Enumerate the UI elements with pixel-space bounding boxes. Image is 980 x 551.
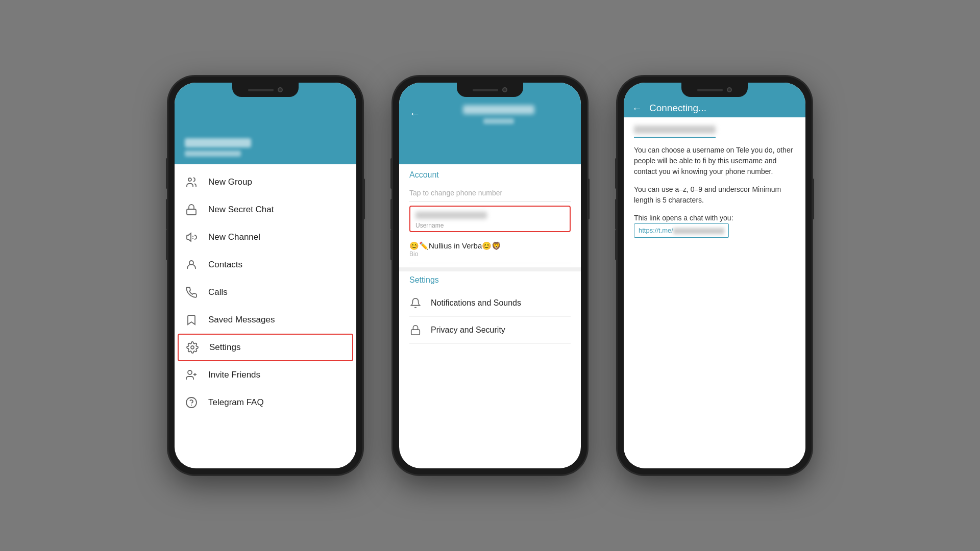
back-arrow-2[interactable]: ← [409,107,421,120]
notch-1 [232,83,299,97]
camera-3 [727,87,732,92]
menu-item-calls[interactable]: Calls [175,279,356,306]
notch-3 [681,83,748,97]
bell-icon [409,297,422,309]
menu-label-new-group: New Group [208,177,252,187]
blurred-link-username [673,228,724,234]
phone-1: New Group New Secret Chat New Channel Co… [168,77,362,474]
menu-item-contacts[interactable]: Contacts [175,251,356,279]
person-add-icon [185,368,198,382]
svg-point-4 [191,346,194,349]
megaphone-icon [185,231,198,244]
speaker-1 [248,89,274,91]
speaker-3 [697,89,723,91]
lock-icon-secret [185,203,198,216]
blurred-phone-1 [185,151,241,157]
phone-3-screen: ← Connecting... You can choose a usernam… [624,83,805,468]
help-icon [185,396,198,409]
person-icon [185,258,198,271]
svg-rect-10 [411,330,420,335]
settings-item-notifications[interactable]: Notifications and Sounds [409,290,571,317]
phone3-content: You can choose a username on Tele you do… [624,117,805,468]
menu-item-new-secret-chat[interactable]: New Secret Chat [175,196,356,223]
menu-label-calls: Calls [208,287,228,297]
username-label: Username [415,222,565,229]
menu-list: New Group New Secret Chat New Channel Co… [175,164,356,420]
menu-item-invite-friends[interactable]: Invite Friends [175,361,356,389]
phone-2-screen: ← Account Tap to change phone number Use… [399,83,581,468]
lock-icon-privacy [409,324,422,336]
users-icon [185,176,198,189]
phone-1-screen: New Group New Secret Chat New Channel Co… [175,83,356,468]
privacy-label: Privacy and Security [431,325,505,335]
speaker-2 [473,89,498,91]
camera-2 [502,87,507,92]
phone2-content: Account Tap to change phone number Usern… [399,164,581,350]
section-divider [399,267,581,271]
notifications-label: Notifications and Sounds [431,298,521,308]
phone-icon [185,286,198,299]
camera-1 [278,87,283,92]
svg-point-8 [186,397,197,408]
settings-item-privacy[interactable]: Privacy and Security [409,317,571,344]
connecting-title: Connecting... [649,103,706,114]
bio-section: 😊✏️Nullius in Verba😊🦁 Bio [409,236,571,263]
blurred-name-2 [463,105,534,114]
username-box[interactable]: Username [409,206,571,232]
chat-link[interactable]: https://t.me/ [634,223,729,238]
description-1: You can choose a username on Tele you do… [634,145,795,177]
menu-label-contacts: Contacts [208,260,242,270]
phone2-user-info [427,103,571,124]
menu-label-new-secret-chat: New Secret Chat [208,205,274,215]
notch-2 [457,83,523,97]
description-2: You can use a–z, 0–9 and underscor Minim… [634,184,795,206]
menu-item-saved-messages[interactable]: Saved Messages [175,306,356,334]
gear-icon [186,341,199,354]
menu-label-invite-friends: Invite Friends [208,370,260,380]
svg-point-5 [188,370,192,374]
teal-underline [634,137,716,138]
bio-label: Bio [409,251,571,258]
menu-label-telegram-faq: Telegram FAQ [208,397,264,408]
svg-point-0 [188,178,191,181]
menu-label-settings: Settings [209,342,240,353]
menu-item-new-channel[interactable]: New Channel [175,223,356,251]
menu-label-new-channel: New Channel [208,232,260,242]
blurred-username [415,212,487,219]
menu-item-telegram-faq[interactable]: Telegram FAQ [175,389,356,416]
blurred-name-1 [185,138,251,147]
settings-section-title: Settings [409,276,571,285]
bookmark-icon [185,313,198,327]
phone-2: ← Account Tap to change phone number Use… [393,77,587,474]
bio-text: 😊✏️Nullius in Verba😊🦁 [409,241,571,251]
svg-rect-1 [187,209,196,215]
menu-item-new-group[interactable]: New Group [175,168,356,196]
blurred-profile-name [634,126,716,134]
blurred-status-2 [483,118,514,124]
menu-item-settings[interactable]: Settings [178,334,353,361]
link-label: This link opens a chat with you: [634,214,733,222]
account-section-title: Account [409,170,571,180]
phone-3: ← Connecting... You can choose a usernam… [618,77,812,474]
link-box: This link opens a chat with you: https:/… [634,213,795,238]
phone-number-field[interactable]: Tap to change phone number [409,185,571,202]
back-arrow-3[interactable]: ← [632,103,642,114]
menu-label-saved-messages: Saved Messages [208,315,275,325]
